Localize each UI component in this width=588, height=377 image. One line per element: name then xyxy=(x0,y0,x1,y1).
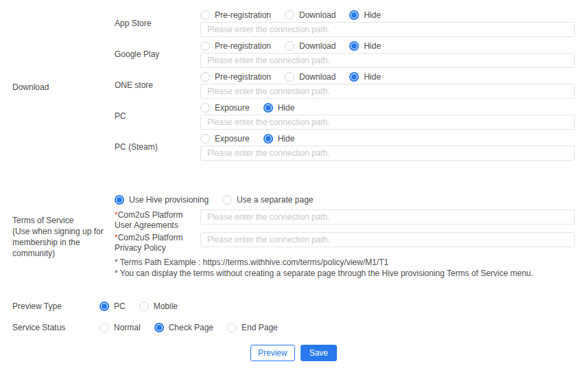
terms-of-service-section: Terms of Service (Use when signing up fo… xyxy=(12,194,575,279)
radio-selected-icon[interactable] xyxy=(349,72,359,82)
radio-option-label: Hide xyxy=(364,72,381,82)
platform-label: Google Play xyxy=(115,49,200,60)
radio-option-label: Use Hive provisioning xyxy=(129,195,209,205)
radio-option-hide[interactable]: Hide xyxy=(263,103,295,113)
radio-option-label: Exposure xyxy=(215,103,250,113)
privacy-policy-path-input[interactable] xyxy=(200,232,575,247)
radio-option-label: PC xyxy=(114,301,126,311)
privacy-policy-label: *Com2uS Platform Privacy Policy xyxy=(115,232,200,253)
radio-option-download[interactable]: Download xyxy=(285,72,336,82)
radio-selected-icon[interactable] xyxy=(263,134,273,144)
user-agreements-row: *Com2uS Platform User Agreements xyxy=(115,209,575,231)
radio-option-label: Pre-registration xyxy=(215,41,271,51)
radio-option-label: Exposure xyxy=(215,134,250,144)
radio-option-label: Mobile xyxy=(154,301,178,311)
user-agreements-path-input[interactable] xyxy=(200,209,575,225)
radio-option-normal[interactable]: Normal xyxy=(99,323,141,332)
privacy-policy-row: *Com2uS Platform Privacy Policy xyxy=(115,232,575,253)
radio-unselected-icon[interactable] xyxy=(200,134,210,144)
radio-option-hide[interactable]: Hide xyxy=(349,72,381,82)
radio-option-exposure[interactable]: Exposure xyxy=(200,134,250,144)
radio-unselected-icon[interactable] xyxy=(285,10,294,20)
platform-label: App Store xyxy=(115,19,200,29)
download-rows: App StorePre-registrationDownloadHideGoo… xyxy=(115,10,575,164)
save-button[interactable]: Save xyxy=(301,345,337,361)
radio-unselected-icon[interactable] xyxy=(285,41,294,51)
radio-option-pre-registration[interactable]: Pre-registration xyxy=(200,41,271,51)
pc-radio-group: ExposureHide xyxy=(200,102,575,113)
pc-steam-connection-path-input[interactable] xyxy=(200,146,575,161)
radio-option-hide[interactable]: Hide xyxy=(349,41,381,51)
radio-option-label: Normal xyxy=(114,323,141,332)
preview-button[interactable]: Preview xyxy=(250,345,295,361)
radio-selected-icon[interactable] xyxy=(99,301,109,311)
radio-option-pc[interactable]: PC xyxy=(99,301,126,311)
terms-note-example: * Terms Path Example : https://terms.wit… xyxy=(115,257,575,268)
radio-option-label: Check Page xyxy=(169,323,213,332)
radio-unselected-icon[interactable] xyxy=(200,103,210,113)
radio-option-label: Hide xyxy=(364,41,381,51)
service-status-label: Service Status xyxy=(12,323,99,332)
terms-section-label: Terms of Service (Use when signing up fo… xyxy=(12,215,115,259)
google-play-connection-path-input[interactable] xyxy=(200,53,575,68)
radio-option-label: Hide xyxy=(364,10,381,20)
radio-unselected-icon[interactable] xyxy=(285,72,294,82)
radio-option-exposure[interactable]: Exposure xyxy=(200,103,250,113)
radio-option-label: Hide xyxy=(278,103,295,113)
radio-option-hide[interactable]: Hide xyxy=(263,134,295,144)
radio-option-end-page[interactable]: End Page xyxy=(227,323,278,332)
download-row-one-store: ONE storePre-registrationDownloadHide xyxy=(115,71,575,99)
download-row-pc-steam: PC (Steam)ExposureHide xyxy=(115,133,575,161)
platform-label: ONE store xyxy=(115,80,200,91)
radio-selected-icon[interactable] xyxy=(263,103,273,113)
action-buttons: Preview Save xyxy=(12,345,575,361)
preview-type-row: Preview Type PCMobile xyxy=(12,301,575,311)
radio-option-pre-registration[interactable]: Pre-registration xyxy=(200,10,271,20)
radio-unselected-icon[interactable] xyxy=(200,41,210,51)
platform-label: PC (Steam) xyxy=(115,142,200,152)
one-store-connection-path-input[interactable] xyxy=(200,84,575,99)
radio-selected-icon[interactable] xyxy=(349,10,359,20)
terms-note-provisioning: * You can display the terms without crea… xyxy=(115,268,575,279)
radio-option-label: Download xyxy=(299,10,336,20)
download-section: Download App StorePre-registrationDownlo… xyxy=(12,10,575,164)
radio-option-hide[interactable]: Hide xyxy=(349,10,381,20)
radio-option-download[interactable]: Download xyxy=(285,41,336,51)
radio-option-use-a-separate-page[interactable]: Use a separate page xyxy=(222,195,313,205)
pc-steam-radio-group: ExposureHide xyxy=(200,133,575,144)
pc-connection-path-input[interactable] xyxy=(200,115,575,130)
radio-option-label: Use a separate page xyxy=(237,195,313,205)
service-settings-page: Download App StorePre-registrationDownlo… xyxy=(0,0,588,377)
radio-unselected-icon[interactable] xyxy=(227,323,237,332)
download-row-app-store: App StorePre-registrationDownloadHide xyxy=(115,10,575,37)
radio-option-download[interactable]: Download xyxy=(285,10,336,20)
radio-unselected-icon[interactable] xyxy=(200,10,210,20)
radio-unselected-icon[interactable] xyxy=(222,195,232,205)
radio-unselected-icon[interactable] xyxy=(99,323,109,332)
radio-option-label: Download xyxy=(299,72,336,82)
radio-option-label: Download xyxy=(299,41,336,51)
radio-option-label: Pre-registration xyxy=(215,10,271,20)
google-play-radio-group: Pre-registrationDownloadHide xyxy=(200,41,575,51)
radio-selected-icon[interactable] xyxy=(349,41,359,51)
radio-unselected-icon[interactable] xyxy=(139,301,149,311)
radio-option-label: Pre-registration xyxy=(215,72,271,82)
preview-type-label: Preview Type xyxy=(12,301,99,311)
radio-option-pre-registration[interactable]: Pre-registration xyxy=(200,72,271,82)
user-agreements-label: *Com2uS Platform User Agreements xyxy=(115,209,200,231)
radio-selected-icon[interactable] xyxy=(154,323,164,332)
download-row-google-play: Google PlayPre-registrationDownloadHide xyxy=(115,41,575,68)
radio-option-mobile[interactable]: Mobile xyxy=(139,301,178,311)
radio-unselected-icon[interactable] xyxy=(200,72,210,82)
service-status-radio-group: NormalCheck PageEnd Page xyxy=(99,322,292,332)
app-store-radio-group: Pre-registrationDownloadHide xyxy=(200,10,575,20)
terms-notes: * Terms Path Example : https://terms.wit… xyxy=(115,257,575,279)
radio-option-check-page[interactable]: Check Page xyxy=(154,323,213,332)
radio-option-use-hive-provisioning[interactable]: Use Hive provisioning xyxy=(115,195,209,205)
app-store-connection-path-input[interactable] xyxy=(200,22,575,37)
download-row-pc: PCExposureHide xyxy=(115,102,575,130)
service-status-row: Service Status NormalCheck PageEnd Page xyxy=(12,322,575,332)
terms-provisioning-radio-group: Use Hive provisioningUse a separate page xyxy=(115,194,575,205)
radio-selected-icon[interactable] xyxy=(115,195,124,205)
preview-type-radio-group: PCMobile xyxy=(99,301,191,311)
